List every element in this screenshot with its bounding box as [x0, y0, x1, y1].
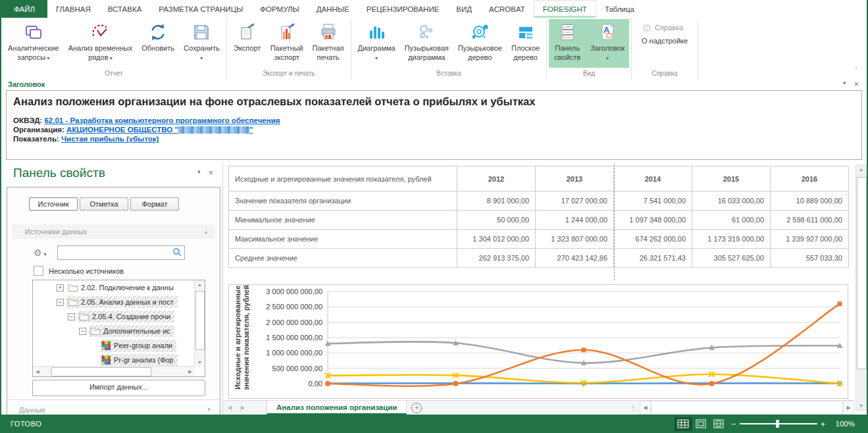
value-cell[interactable]: 674 262 000,00 — [614, 230, 692, 249]
search-icon[interactable] — [172, 247, 182, 259]
about-addin-button[interactable]: О надстройке — [639, 35, 690, 48]
collapse-icon[interactable]: − — [68, 313, 75, 320]
value-cell[interactable]: 1 097 348 000,00 — [614, 211, 692, 230]
add-sheet-button[interactable]: + — [407, 401, 426, 415]
value-cell[interactable]: 10 889 000,00 — [771, 191, 849, 211]
tree-item[interactable]: −2.05. Анализ данных и пост — [33, 295, 205, 309]
ribbon-tab-вставка[interactable]: ВСТАВКА — [99, 0, 151, 18]
analytical-queries-button[interactable]: Аналитическиезапросы ▾ — [3, 19, 64, 68]
zoom-in-button[interactable]: + — [817, 419, 829, 429]
properties-tab-отметка[interactable]: Отметка — [80, 197, 128, 211]
multiple-sources-checkbox[interactable] — [34, 266, 43, 276]
zoom-out-button[interactable]: − — [728, 419, 740, 429]
zoom-slider-thumb[interactable] — [776, 420, 779, 428]
sheet-nav-right-icon[interactable]: ▶ — [236, 401, 249, 415]
value-cell[interactable]: 16 033 000,00 — [692, 191, 771, 211]
scroll-down-icon[interactable]: ▼ — [856, 403, 866, 408]
year-header-cell[interactable]: 2012 — [457, 166, 536, 191]
import-data-button[interactable]: Импорт данных... — [32, 380, 205, 396]
tree-horizontal-scrollbar[interactable]: ◀ ▶ — [33, 366, 195, 376]
value-cell[interactable]: 1 323 807 000,00 — [536, 230, 614, 249]
collapse-icon[interactable]: − — [57, 299, 64, 306]
year-header-cell[interactable]: 2014 — [614, 166, 692, 191]
value-cell[interactable]: 50 000,00 — [457, 211, 536, 230]
vscroll-thumb[interactable] — [857, 177, 867, 369]
hscroll-thumb[interactable] — [651, 401, 843, 415]
value-cell[interactable]: 557 033,30 — [771, 249, 849, 268]
value-cell[interactable]: 2 598 611 000,00 — [771, 211, 849, 230]
tree-item[interactable]: Peer-group анали — [33, 338, 205, 353]
zoom-slider[interactable] — [740, 423, 817, 424]
hscroll-right-icon[interactable]: ▶ — [843, 401, 854, 415]
export-button[interactable]: Экспорт — [229, 19, 266, 68]
sheet-tab-active[interactable]: Анализ положения организации — [267, 401, 407, 415]
tree-item[interactable]: −Дополнительные ис — [33, 324, 205, 338]
row-label-cell[interactable]: Значение показателя организации — [229, 191, 457, 211]
properties-panel-close-icon[interactable]: × — [208, 168, 213, 177]
help-button[interactable]: Справка — [639, 22, 686, 35]
value-cell[interactable]: 1 239 927 000,00 — [771, 230, 849, 249]
ribbon-tab-формулы[interactable]: ФОРМУЛЫ — [251, 0, 307, 18]
value-cell[interactable]: 7 541 000,00 — [614, 191, 692, 211]
organization-link[interactable]: АКЦИОНЕРНОЕ ОБЩЕСТВО "" — [66, 126, 253, 134]
value-cell[interactable]: 8 901 000,00 — [457, 191, 536, 211]
value-cell[interactable]: 270 423 142,86 — [536, 249, 614, 268]
tree-hscroll-thumb[interactable] — [51, 367, 151, 376]
properties-panel-menu-icon[interactable]: ▾ — [197, 168, 201, 177]
ribbon-tab-foresight[interactable]: FORESIGHT — [534, 0, 596, 18]
ribbon-tab-таблица[interactable]: Таблица — [596, 0, 643, 18]
properties-panel-button[interactable]: Панельсвойств — [549, 19, 586, 68]
bubble-tree-button[interactable]: Пузырьковоедерево — [453, 19, 507, 68]
indicator-link[interactable]: Чистая прибыль (убыток) — [61, 135, 159, 143]
value-cell[interactable]: 305 527 625,00 — [692, 249, 771, 268]
properties-tab-источник[interactable]: Источник — [29, 197, 78, 211]
value-cell[interactable]: 61 000,00 — [692, 211, 771, 230]
header-button[interactable]: AЗаголовок▾ — [586, 19, 629, 68]
row-label-cell[interactable]: Максимальное значение — [229, 230, 457, 249]
value-cell[interactable]: 1 173 319 000,00 — [692, 230, 771, 249]
expand-icon[interactable]: + — [57, 284, 64, 292]
refresh-button[interactable]: Обновить — [137, 19, 179, 68]
search-input[interactable] — [60, 247, 168, 259]
ribbon-tab-данные[interactable]: ДАННЫЕ — [308, 0, 358, 18]
value-cell[interactable]: 1 244 000,00 — [536, 211, 614, 230]
bubble-chart-button[interactable]: Пузырьковаядиаграмма — [400, 19, 453, 68]
chart-button[interactable]: Диаграмма▾ — [353, 19, 400, 68]
sheet-nav-left-icon[interactable]: ◀ — [223, 401, 236, 415]
value-cell[interactable]: 262 913 375,00 — [457, 249, 536, 268]
zoom-level[interactable]: 100% — [836, 420, 855, 428]
tree-item[interactable]: −2.05.4. Создание прочи — [33, 309, 205, 324]
row-label-cell[interactable]: Минимальное значение — [229, 211, 457, 230]
table-title-cell[interactable]: Исходные и агрегированные значения показ… — [229, 166, 457, 191]
ribbon-tab-вид[interactable]: ВИД — [447, 0, 480, 18]
scroll-down-icon[interactable]: ▼ — [195, 360, 205, 365]
tree-vscroll-thumb[interactable] — [195, 291, 205, 350]
okved-link[interactable]: 62.01 - Разработка компьютерного програм… — [44, 116, 280, 124]
year-header-cell[interactable]: 2015 — [692, 166, 771, 191]
scroll-left-icon[interactable]: ◀ — [33, 369, 42, 374]
header-panel-menu-icon[interactable]: ▾ — [843, 80, 846, 88]
collapse-ribbon-icon[interactable]: ˆ — [855, 66, 857, 74]
flat-tree-button[interactable]: Плоскоедерево — [507, 19, 544, 68]
row-label-cell[interactable]: Среднее значение — [229, 249, 457, 268]
gear-icon[interactable]: ⚙▾ — [34, 247, 47, 258]
scroll-up-icon[interactable]: ▲ — [856, 167, 866, 172]
batch-export-button[interactable]: Пакетныйэкспорт — [266, 19, 308, 68]
ribbon-tab-acrobat[interactable]: ACROBAT — [480, 0, 534, 18]
normal-view-icon[interactable] — [675, 417, 692, 431]
batch-print-button[interactable]: Пакетнаяпечать — [308, 19, 349, 68]
year-header-cell[interactable]: 2016 — [771, 166, 849, 191]
tree-item[interactable]: Pr-gr анализ (Фор — [33, 353, 205, 367]
scroll-up-icon[interactable]: ▲ — [195, 282, 205, 287]
value-cell[interactable]: 17 027 000,00 — [536, 191, 614, 211]
tree-vertical-scrollbar[interactable]: ▲ ▼ — [194, 280, 205, 367]
ribbon-tab-главная[interactable]: ГЛАВНАЯ — [47, 0, 99, 18]
sources-section-header[interactable]: Источники данных▴ — [12, 224, 215, 239]
ribbon-tab-разметка-страницы[interactable]: РАЗМЕТКА СТРАНИЦЫ — [150, 0, 251, 18]
page-layout-view-icon[interactable] — [692, 417, 710, 431]
ribbon-tab-файл[interactable]: ФАЙЛ — [1, 0, 47, 18]
time-series-analysis-button[interactable]: Анализ временныхрядов ▾ — [64, 19, 138, 68]
hscroll-left-icon[interactable]: ◀ — [640, 401, 651, 415]
header-panel-close-icon[interactable]: × — [854, 80, 859, 88]
data-section-header[interactable]: Данные▾ — [7, 399, 220, 414]
